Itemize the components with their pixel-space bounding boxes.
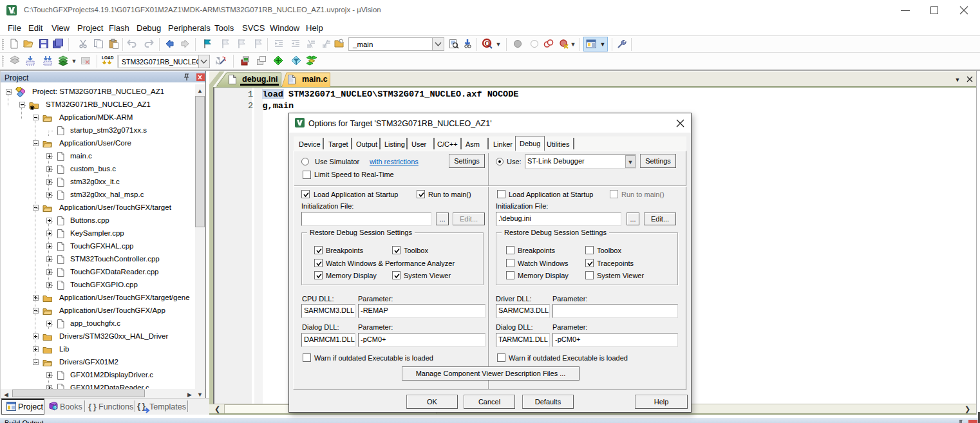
svg-text:?: ?	[54, 406, 57, 410]
svg-text:LOAD: LOAD	[102, 55, 114, 60]
svg-text:Q: Q	[485, 39, 491, 47]
